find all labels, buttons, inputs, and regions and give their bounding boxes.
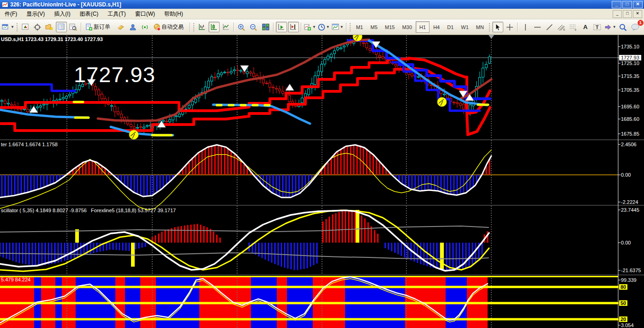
fibonacci-tool-button[interactable]: F [568, 22, 579, 32]
menu-item-0[interactable]: 件(F) [0, 9, 22, 18]
crosshair-target-icon [34, 24, 41, 31]
market-watch-icon [58, 24, 65, 30]
menu-item-2[interactable]: 插入(I) [49, 9, 75, 18]
chat-button[interactable]: 1 [630, 22, 641, 32]
auto-scroll-button[interactable] [276, 22, 287, 32]
menu-item-4[interactable]: 工具(T) [103, 9, 130, 18]
svg-text:E: E [563, 28, 565, 31]
horizontal-line-tool-button[interactable] [532, 22, 543, 32]
timeframe-M1[interactable]: M1 [352, 21, 367, 33]
menu-item-5[interactable]: 窗口(W) [131, 9, 160, 18]
history-center-button[interactable] [115, 22, 126, 32]
text-tool-button[interactable]: A [580, 22, 591, 32]
timeframe-MN[interactable]: MN [472, 21, 488, 33]
toolbar-drag-handle[interactable] [489, 23, 491, 32]
candlestick-chart-button[interactable] [209, 22, 220, 32]
signal-icon [141, 24, 149, 30]
toolbar-drag-handle[interactable] [16, 23, 18, 32]
toolbar-separator [517, 23, 518, 32]
timeframe-H4[interactable]: H4 [429, 21, 443, 33]
chart-ohlc-info: USD.s,H1 1723.43 1729.31 1723.40 1727.93 [1, 36, 103, 42]
chart-window-button[interactable]: ▼ [1, 22, 15, 32]
new-order-button[interactable]: 新订单 [83, 22, 114, 32]
templates-button[interactable]: ▼ [331, 22, 344, 32]
data-window-button[interactable] [68, 22, 79, 32]
community-user-icon [129, 24, 137, 30]
window-minimize-button[interactable]: _ [612, 1, 621, 8]
axis-label: 80 [619, 284, 627, 290]
timeframe-H1[interactable]: H1 [416, 21, 429, 33]
indicators-button[interactable]: ▼ [304, 22, 316, 32]
chart-close-button[interactable]: ✕ [633, 10, 642, 18]
signals-button[interactable] [139, 22, 150, 32]
toolbar: ▼ 新订单 自动 [0, 19, 644, 35]
auto-scroll-icon [278, 24, 285, 30]
window-restore-button[interactable]: □ [622, 1, 632, 8]
title-bar[interactable]: 326: PacificUnionInt-Live - [XAUUSD.s,H1… [0, 0, 644, 9]
chevron-down-icon: ▼ [340, 25, 344, 29]
vertical-line-tool-button[interactable] [520, 22, 531, 32]
toolbar-drag-handle[interactable] [193, 23, 195, 32]
periods-clock-icon [318, 24, 325, 31]
timeframe-M5[interactable]: M5 [367, 21, 381, 33]
crosshair-icon [506, 24, 513, 31]
search-icon [619, 24, 627, 31]
axis-label: 1715.35 [621, 73, 639, 79]
bar-chart-icon [198, 24, 206, 30]
axis-label: 0.00 [621, 172, 631, 178]
profiles-button[interactable] [20, 22, 31, 32]
market-watch-button[interactable] [56, 22, 67, 32]
cursor-icon [495, 24, 501, 31]
crosshair-tool-button[interactable] [504, 22, 515, 32]
text-label-icon: T [593, 24, 601, 31]
tile-windows-button[interactable] [260, 22, 271, 32]
zoom-in-button[interactable] [236, 22, 247, 32]
vertical-line-icon [523, 24, 528, 31]
indicators-icon [304, 24, 311, 31]
chat-badge: 1 [638, 20, 644, 26]
axis-label: 50 [619, 300, 627, 306]
menu-item-1[interactable]: 显示(V) [22, 9, 49, 18]
timeframe-W1[interactable]: W1 [457, 21, 472, 33]
timeframe-bar: M1M5M15M30H1H4D1W1MN [352, 21, 488, 33]
menu-items: 件(F)显示(V)插入(I)图表(C)工具(T)窗口(W)帮助(H) [0, 10, 188, 18]
window-close-button[interactable]: ✕ [633, 1, 643, 8]
arrows-tool-button[interactable]: ▼ [604, 22, 617, 32]
menu-item-3[interactable]: 图表(C) [75, 9, 103, 18]
timeframe-D1[interactable]: D1 [443, 21, 457, 33]
new-order-label: 新订单 [94, 23, 110, 31]
channel-tool-button[interactable]: E [556, 22, 567, 32]
chevron-down-icon: ▼ [312, 25, 316, 29]
cursor-tool-button[interactable] [492, 22, 503, 32]
data-window-icon [69, 24, 77, 31]
axis-label: -2.2224 [621, 199, 638, 205]
chart-minimize-button[interactable]: _ [613, 10, 622, 18]
axis-label: 1675.85 [621, 131, 639, 137]
trendline-tool-button[interactable] [544, 22, 555, 32]
svg-text:F: F [575, 29, 577, 31]
big-price-watermark: 1727.93 [74, 62, 155, 87]
timeframe-M15[interactable]: M15 [381, 21, 398, 33]
toolbar-drag-handle[interactable] [349, 23, 352, 32]
tile-windows-icon [262, 24, 269, 30]
search-button[interactable] [618, 22, 629, 32]
menu-item-6[interactable]: 帮助(H) [160, 9, 188, 18]
chart-canvas[interactable] [0, 0, 644, 328]
candlestick-chart-icon [210, 24, 218, 30]
crosshair-target-button[interactable] [32, 22, 43, 32]
axis-label: 1735.10 [621, 44, 639, 49]
periods-button[interactable]: ▼ [317, 22, 330, 32]
axis-label: -21.6375 [621, 268, 641, 273]
zoom-out-button[interactable] [248, 22, 259, 32]
text-label-tool-button[interactable]: T [592, 22, 603, 32]
chart-shift-button[interactable] [288, 22, 299, 32]
favorites-folder-icon [45, 24, 54, 30]
favorites-button[interactable] [44, 22, 55, 32]
community-button[interactable] [127, 22, 138, 32]
bar-chart-button[interactable] [197, 22, 208, 32]
timeframe-M30[interactable]: M30 [399, 21, 416, 33]
toolbar-separator [301, 23, 302, 32]
chart-restore-button[interactable]: □ [623, 10, 632, 18]
autotrading-button[interactable]: 自动交易 [151, 22, 188, 32]
line-chart-button[interactable] [221, 22, 232, 32]
